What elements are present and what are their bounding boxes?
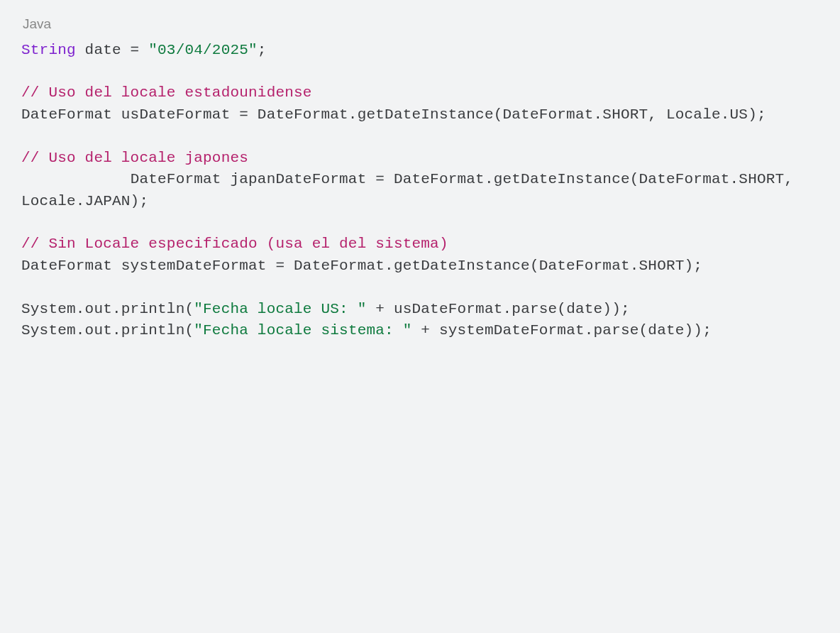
code-text: ; [258, 42, 267, 58]
code-text: System.out.println( [21, 322, 194, 338]
code-block: String date = "03/04/2025"; // Uso del l… [21, 40, 819, 342]
comment: // Uso del locale japones [21, 150, 248, 166]
code-text: DateFormat usDateFormat = DateFormat.get… [21, 106, 766, 123]
code-text: DateFormat japanDateFormat = DateFormat.… [21, 171, 802, 209]
code-text: DateFormat systemDateFormat = DateFormat… [21, 258, 702, 274]
keyword: String [21, 42, 76, 58]
string-literal: "03/04/2025" [148, 42, 258, 58]
language-label: Java [23, 14, 819, 34]
string-literal: "Fecha locale sistema: " [194, 322, 411, 338]
comment: // Sin Locale especificado (usa el del s… [21, 236, 448, 252]
code-text: System.out.println( [21, 301, 194, 317]
comment: // Uso del locale estadounidense [21, 84, 312, 101]
code-text: date = [76, 42, 148, 58]
string-literal: "Fecha locale US: " [194, 301, 366, 317]
code-text: + systemDateFormat.parse(date)); [412, 322, 712, 338]
code-text: + usDateFormat.parse(date)); [367, 301, 630, 317]
